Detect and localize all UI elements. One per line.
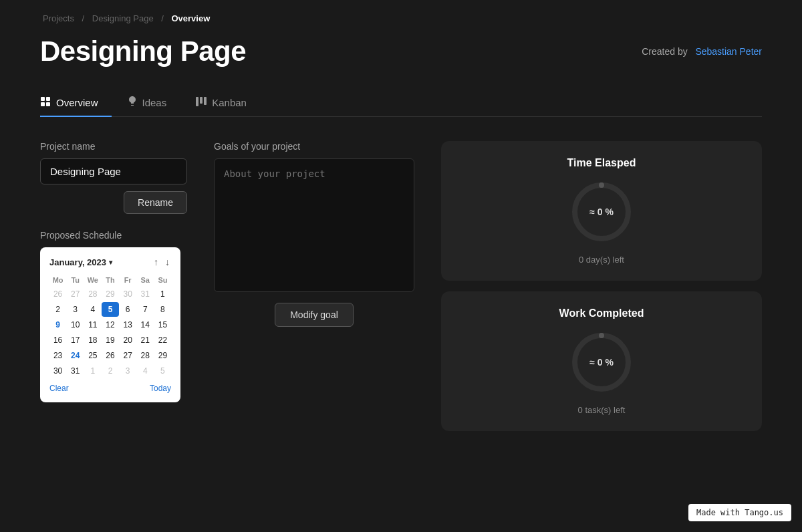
breadcrumb-sep2: / <box>161 13 166 23</box>
calendar-month-year[interactable]: January, 2023 ▾ <box>49 257 112 267</box>
goals-label: Goals of your project <box>214 141 414 152</box>
cal-day[interactable]: 1 <box>84 364 101 378</box>
day-header-tu: Tu <box>67 274 84 286</box>
created-by-label: Created by <box>642 46 687 57</box>
cal-day[interactable]: 30 <box>49 364 66 378</box>
svg-rect-6 <box>204 97 207 105</box>
cal-day[interactable]: 12 <box>102 317 118 332</box>
middle-column: Goals of your project Modify goal <box>214 141 414 327</box>
cal-day[interactable]: 31 <box>67 364 84 378</box>
day-header-su: Su <box>154 274 171 286</box>
cal-day[interactable]: 18 <box>84 333 101 348</box>
calendar-header: January, 2023 ▾ ↑ ↓ <box>49 257 171 267</box>
kanban-icon <box>196 97 207 108</box>
work-completed-subtitle: 0 task(s) left <box>578 405 626 415</box>
cal-day[interactable]: 30 <box>120 287 136 301</box>
bulb-icon <box>128 96 137 109</box>
cal-day[interactable]: 20 <box>120 333 136 348</box>
cal-day[interactable]: 14 <box>137 317 154 332</box>
cal-day[interactable]: 23 <box>49 348 66 363</box>
cal-day[interactable]: 1 <box>154 287 171 301</box>
created-by-section: Created by Sebastian Peter <box>642 46 762 57</box>
cal-day-today[interactable]: 5 <box>102 302 118 317</box>
project-name-input[interactable] <box>40 158 187 184</box>
cal-day[interactable]: 25 <box>84 348 101 363</box>
cal-day[interactable]: 15 <box>154 317 171 332</box>
cal-day[interactable]: 3 <box>120 364 136 378</box>
cal-day[interactable]: 31 <box>137 287 154 301</box>
cal-day[interactable]: 9 <box>49 317 66 332</box>
chevron-down-icon: ▾ <box>109 259 112 266</box>
calendar-grid: Mo Tu We Th Fr Sa Su 26 27 28 29 30 31 1 <box>49 274 171 378</box>
page-title: Designing Page <box>40 35 246 68</box>
proposed-schedule-label: Proposed Schedule <box>40 230 187 241</box>
tango-badge: Made with Tango.us <box>688 504 791 521</box>
calendar: January, 2023 ▾ ↑ ↓ Mo Tu We Th Fr Sa <box>40 247 180 402</box>
cal-day[interactable]: 27 <box>67 287 84 301</box>
cal-day[interactable]: 7 <box>137 302 154 317</box>
svg-rect-1 <box>46 97 50 101</box>
cal-day[interactable]: 13 <box>120 317 136 332</box>
work-completed-circle: ≈ 0 % <box>568 329 635 396</box>
breadcrumb-projects[interactable]: Projects <box>43 13 74 23</box>
work-completed-title: Work Completed <box>559 307 644 319</box>
project-name-label: Project name <box>40 141 187 152</box>
cal-day[interactable]: 3 <box>67 302 84 317</box>
day-header-fr: Fr <box>120 274 136 286</box>
cal-day[interactable]: 16 <box>49 333 66 348</box>
rename-button[interactable]: Rename <box>124 191 187 214</box>
tab-overview-label: Overview <box>56 97 98 108</box>
cal-day[interactable]: 29 <box>154 348 171 363</box>
cal-day[interactable]: 10 <box>67 317 84 332</box>
cal-day[interactable]: 19 <box>102 333 118 348</box>
tab-kanban-label: Kanban <box>212 97 247 108</box>
clear-button[interactable]: Clear <box>49 384 69 393</box>
calendar-footer: Clear Today <box>49 384 171 393</box>
today-button[interactable]: Today <box>150 384 171 393</box>
cal-day[interactable]: 2 <box>49 302 66 317</box>
author-name[interactable]: Sebastian Peter <box>695 46 762 57</box>
cal-day[interactable]: 4 <box>84 302 101 317</box>
main-content: Project name Rename Proposed Schedule Ja… <box>40 141 762 431</box>
cal-day[interactable]: 17 <box>67 333 84 348</box>
calendar-prev-button[interactable]: ↑ <box>152 257 160 267</box>
cal-day[interactable]: 27 <box>120 348 136 363</box>
cal-day[interactable]: 11 <box>84 317 101 332</box>
cal-day[interactable]: 29 <box>102 287 118 301</box>
cal-day[interactable]: 8 <box>154 302 171 317</box>
breadcrumb-designing-page[interactable]: Designing Page <box>92 13 154 23</box>
cal-day[interactable]: 2 <box>102 364 118 378</box>
day-header-we: We <box>84 274 101 286</box>
cal-day[interactable]: 24 <box>67 348 84 363</box>
cal-day[interactable]: 26 <box>49 287 66 301</box>
day-header-mo: Mo <box>49 274 66 286</box>
breadcrumb-sep1: / <box>82 13 87 23</box>
breadcrumb-current: Overview <box>171 13 210 23</box>
modify-goal-button[interactable]: Modify goal <box>275 303 354 327</box>
cal-day[interactable]: 4 <box>137 364 154 378</box>
calendar-next-button[interactable]: ↓ <box>164 257 171 267</box>
cal-day[interactable]: 28 <box>137 348 154 363</box>
cal-day[interactable]: 26 <box>102 348 118 363</box>
cal-day[interactable]: 28 <box>84 287 101 301</box>
grid-icon <box>40 96 51 109</box>
goals-textarea[interactable] <box>214 158 414 292</box>
tab-kanban[interactable]: Kanban <box>196 90 260 116</box>
time-elapsed-circle: ≈ 0 % <box>568 178 635 245</box>
cal-day[interactable]: 5 <box>154 364 171 378</box>
tab-ideas[interactable]: Ideas <box>128 90 180 117</box>
right-column: Time Elasped ≈ 0 % 0 day(s) left Work Co… <box>441 141 762 431</box>
time-elapsed-percent: ≈ 0 % <box>589 207 614 217</box>
cal-day[interactable]: 6 <box>120 302 136 317</box>
svg-rect-5 <box>200 97 203 104</box>
svg-rect-4 <box>196 97 198 106</box>
left-column: Project name Rename Proposed Schedule Ja… <box>40 141 187 402</box>
cal-day[interactable]: 22 <box>154 333 171 348</box>
tab-ideas-label: Ideas <box>142 97 167 108</box>
tab-overview[interactable]: Overview <box>40 90 112 117</box>
time-elapsed-title: Time Elasped <box>567 157 636 169</box>
time-elapsed-subtitle: 0 day(s) left <box>579 255 624 265</box>
work-completed-percent: ≈ 0 % <box>589 357 614 368</box>
header-row: Designing Page Created by Sebastian Pete… <box>40 35 762 68</box>
cal-day[interactable]: 21 <box>137 333 154 348</box>
